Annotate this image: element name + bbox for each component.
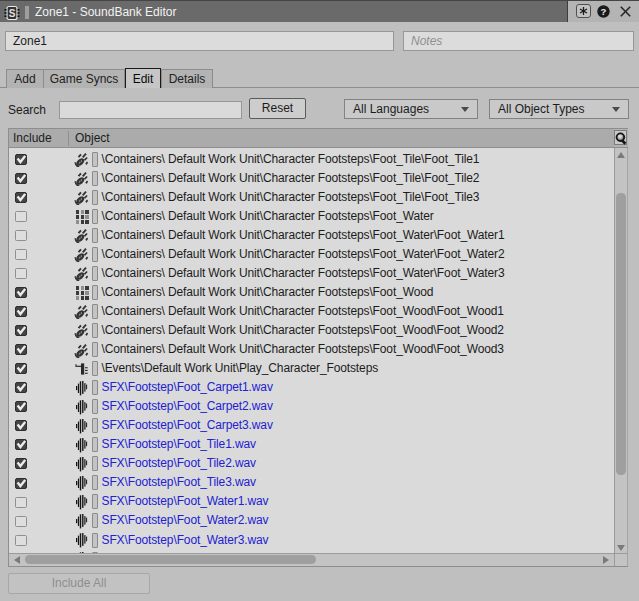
svg-text:S: S bbox=[9, 8, 16, 19]
svg-text:?: ? bbox=[601, 6, 607, 17]
